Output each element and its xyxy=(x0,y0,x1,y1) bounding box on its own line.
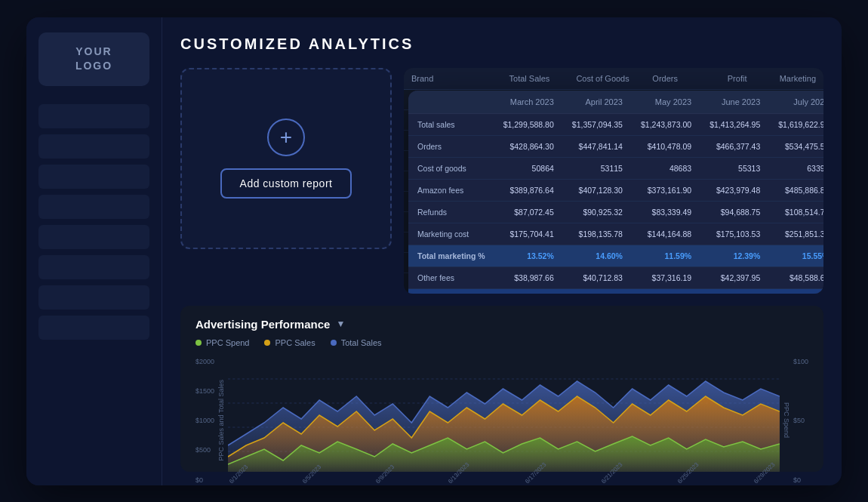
popup-row-orders: Orders $428,864.30 $447,841.14 $410,478.… xyxy=(408,135,823,157)
chart-body: $2000 $1500 $1000 $500 $0 PPC Sales and … xyxy=(195,355,808,485)
total-sales-dot xyxy=(331,340,337,346)
chart-section: Advertising Performance ▼ PPC Spend PPC … xyxy=(180,306,823,472)
analytics-table-wrapper: Brand Total Sales Cost of Goods Orders P… xyxy=(404,68,823,294)
y-axis-label-left: PPC Sales and Total Sales xyxy=(217,380,225,460)
popup-row-total-sales: Total sales $1,299,588.80 $1,357,094.35 … xyxy=(408,113,823,135)
sidebar-item-3[interactable] xyxy=(38,165,149,189)
sidebar-item-4[interactable] xyxy=(38,195,149,219)
legend-total-sales: Total Sales xyxy=(331,338,382,347)
add-custom-report-button[interactable]: Add custom report xyxy=(220,168,352,199)
sidebar-item-1[interactable] xyxy=(38,104,149,128)
sidebar-item-5[interactable] xyxy=(38,225,149,249)
ppc-sales-dot xyxy=(264,340,270,346)
col-orders: Orders xyxy=(637,68,685,90)
sidebar-item-6[interactable] xyxy=(38,255,149,279)
chart-legend: PPC Spend PPC Sales Total Sales xyxy=(195,338,808,347)
popup-row-amazon-fees: Amazon fees $389,876.64 $407,128.30 $373… xyxy=(408,179,823,201)
upper-section: + Add custom report Brand Total Sales Co… xyxy=(180,68,823,294)
chart-title: Advertising Performance xyxy=(195,318,330,331)
ppc-spend-label: PPC Spend xyxy=(206,338,249,347)
chart-svg xyxy=(228,355,780,476)
col-brand: Brand xyxy=(404,68,481,90)
popup-row-cog: Cost of goods 50864 53115 48683 55313 63… xyxy=(408,157,823,179)
popup-row-marketing-cost: Marketing cost $175,704.41 $198,135.78 $… xyxy=(408,223,823,245)
total-sales-label: Total Sales xyxy=(341,338,382,347)
col-total-sales: Total Sales xyxy=(481,68,558,90)
popup-row-net-profit: Net profit $179,083.34 $172,350.98 $195,… xyxy=(408,288,823,294)
sidebar-item-2[interactable] xyxy=(38,134,149,159)
col-profit: Profit xyxy=(685,68,754,90)
legend-ppc-spend: PPC Spend xyxy=(195,338,249,347)
popup-col-mar: March 2023 xyxy=(494,91,563,114)
col-marketing: Marketing xyxy=(754,68,823,90)
sidebar-item-8[interactable] xyxy=(38,316,149,340)
chevron-down-icon[interactable]: ▼ xyxy=(336,319,345,329)
popup-col-jul: July 2023 xyxy=(769,91,823,114)
plus-icon[interactable]: + xyxy=(267,119,305,156)
main-container: YOUR LOGO CUSTOMIZED ANALYTICS + Add cus… xyxy=(26,17,842,485)
ppc-spend-dot xyxy=(195,340,202,346)
popup-col-label xyxy=(408,91,494,114)
content-area: CUSTOMIZED ANALYTICS + Add custom report… xyxy=(162,17,842,485)
popup-row-refunds: Refunds $87,072.45 $90,925.32 $83,339.49… xyxy=(408,201,823,223)
popup-table: March 2023 April 2023 May 2023 June 2023… xyxy=(408,91,823,294)
add-report-panel: + Add custom report xyxy=(180,68,392,249)
page-title: CUSTOMIZED ANALYTICS xyxy=(180,35,823,53)
sidebar-item-7[interactable] xyxy=(38,285,149,310)
popup-row-marketing-pct: Total marketing % 13.52% 14.60% 11.59% 1… xyxy=(408,245,823,266)
logo-box: YOUR LOGO xyxy=(38,32,149,86)
ppc-sales-label: PPC Sales xyxy=(275,338,315,347)
sidebar: YOUR LOGO xyxy=(26,17,162,485)
popup-col-jun: June 2023 xyxy=(700,91,769,114)
popup-col-may: May 2023 xyxy=(632,91,700,114)
y-axis-label-right: PPC Spend xyxy=(783,402,790,438)
popup-col-apr: April 2023 xyxy=(563,91,632,114)
logo-text: YOUR LOGO xyxy=(51,45,137,74)
chart-header: Advertising Performance ▼ xyxy=(195,318,808,331)
popup-row-other-fees: Other fees $38,987.66 $40,712.83 $37,316… xyxy=(408,266,823,288)
chart-svg-wrapper: 6/1/2023 6/5/2023 6/9/2023 6/13/2023 6/1… xyxy=(228,355,780,485)
popup-table-wrapper: March 2023 April 2023 May 2023 June 2023… xyxy=(408,91,823,294)
legend-ppc-sales: PPC Sales xyxy=(264,338,315,347)
col-cost-goods: Cost of Goods xyxy=(557,68,636,90)
